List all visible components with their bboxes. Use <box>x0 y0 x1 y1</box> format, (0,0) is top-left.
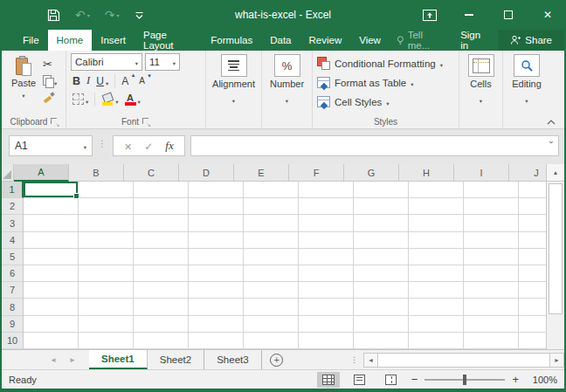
cell-B2[interactable] <box>79 198 134 215</box>
select-all-button[interactable] <box>2 164 14 182</box>
row-header-9[interactable]: 9 <box>2 316 24 333</box>
cell-I3[interactable] <box>464 215 519 231</box>
scroll-right-icon[interactable] <box>549 353 564 368</box>
cell-F2[interactable] <box>299 198 354 215</box>
cell-G2[interactable] <box>354 198 409 215</box>
cell-D4[interactable] <box>189 232 244 249</box>
cell-G1[interactable] <box>354 182 409 198</box>
cell-D6[interactable] <box>189 265 244 282</box>
cell-H5[interactable] <box>409 249 464 265</box>
column-header-D[interactable]: D <box>179 164 234 182</box>
cell-D9[interactable] <box>189 316 244 333</box>
cell-I8[interactable] <box>464 299 519 315</box>
cell-E10[interactable] <box>244 333 299 349</box>
new-sheet-button[interactable]: + <box>262 350 292 369</box>
cell-G10[interactable] <box>354 333 409 349</box>
cell-B4[interactable] <box>79 232 134 249</box>
conditional-formatting-button[interactable]: Conditional Formatting <box>317 55 443 72</box>
cell-G3[interactable] <box>354 215 409 231</box>
cell-I2[interactable] <box>464 198 519 215</box>
column-header-C[interactable]: C <box>124 164 179 182</box>
collapse-ribbon-icon[interactable] <box>547 120 556 125</box>
cell-E8[interactable] <box>244 299 299 315</box>
save-icon[interactable] <box>47 9 60 22</box>
insert-function-icon[interactable]: fx <box>165 139 173 153</box>
cell-I9[interactable] <box>464 316 519 333</box>
cell-E2[interactable] <box>244 198 299 215</box>
tab-file[interactable]: File <box>14 30 48 51</box>
cell-A4[interactable] <box>24 232 79 249</box>
cell-I1[interactable] <box>464 182 519 198</box>
cell-G4[interactable] <box>354 232 409 249</box>
zoom-level[interactable]: 100% <box>528 375 557 385</box>
font-size-select[interactable]: 11 <box>145 53 180 71</box>
italic-button[interactable]: I <box>86 74 90 87</box>
cut-icon[interactable] <box>43 58 57 71</box>
cell-C2[interactable] <box>134 198 189 215</box>
cell-B9[interactable] <box>79 316 134 333</box>
cell-F9[interactable] <box>299 316 354 333</box>
redo-icon[interactable] <box>105 8 120 22</box>
cell-F7[interactable] <box>299 282 354 299</box>
minimize-icon[interactable] <box>461 7 477 23</box>
cell-B7[interactable] <box>79 282 134 299</box>
name-box[interactable]: A1 <box>9 135 93 156</box>
cell-F10[interactable] <box>299 333 354 349</box>
column-header-F[interactable]: F <box>289 164 344 182</box>
tab-review[interactable]: Review <box>300 30 350 51</box>
row-header-8[interactable]: 8 <box>2 299 24 315</box>
cell-E3[interactable] <box>244 215 299 231</box>
row-header-3[interactable]: 3 <box>2 215 24 231</box>
fill-color-button[interactable] <box>101 92 118 107</box>
cell-I5[interactable] <box>464 249 519 265</box>
clipboard-dialog-launcher-icon[interactable] <box>51 118 59 126</box>
cell-D5[interactable] <box>189 249 244 265</box>
cell-I4[interactable] <box>464 232 519 249</box>
column-header-E[interactable]: E <box>234 164 289 182</box>
editing-group[interactable]: Editing <box>503 51 550 128</box>
sign-in-button[interactable]: Sign in <box>450 30 498 51</box>
alignment-dropdown-arrow[interactable] <box>232 91 235 107</box>
cell-C3[interactable] <box>134 215 189 231</box>
cell-A3[interactable] <box>24 215 79 231</box>
cell-H9[interactable] <box>409 316 464 333</box>
row-header-6[interactable]: 6 <box>2 265 24 282</box>
cell-B6[interactable] <box>79 265 134 282</box>
cell-E7[interactable] <box>244 282 299 299</box>
customize-quick-access-icon[interactable] <box>135 10 144 20</box>
cell-A8[interactable] <box>24 299 79 315</box>
formula-input[interactable] <box>190 135 559 156</box>
cell-A5[interactable] <box>24 249 79 265</box>
cell-C7[interactable] <box>134 282 189 299</box>
cell-G5[interactable] <box>354 249 409 265</box>
tab-insert[interactable]: Insert <box>92 30 135 51</box>
cell-D1[interactable] <box>189 182 244 198</box>
formula-bar-drag-handle[interactable]: ⋮ <box>98 135 107 148</box>
column-header-B[interactable]: B <box>69 164 124 182</box>
borders-button[interactable] <box>72 92 88 107</box>
cell-D7[interactable] <box>189 282 244 299</box>
close-icon[interactable] <box>540 7 556 23</box>
normal-view-button[interactable] <box>317 372 340 388</box>
cell-D10[interactable] <box>189 333 244 349</box>
zoom-out-icon[interactable]: − <box>411 373 418 386</box>
next-sheet-icon[interactable] <box>63 350 82 369</box>
column-header-I[interactable]: I <box>454 164 509 182</box>
cell-D8[interactable] <box>189 299 244 315</box>
cell-A2[interactable] <box>24 198 79 215</box>
cell-H3[interactable] <box>409 215 464 231</box>
cells-dropdown-arrow[interactable] <box>480 91 482 107</box>
cell-G6[interactable] <box>354 265 409 282</box>
ribbon-display-options-icon[interactable] <box>422 7 438 23</box>
cell-E6[interactable] <box>244 265 299 282</box>
underline-button[interactable]: U <box>96 73 108 89</box>
horizontal-scrollbar[interactable] <box>363 350 564 369</box>
cell-B1[interactable] <box>79 182 134 198</box>
expand-formula-bar-icon[interactable] <box>549 138 553 154</box>
font-dialog-launcher-icon[interactable] <box>142 118 150 126</box>
cells-group[interactable]: Cells <box>459 51 503 128</box>
cancel-icon[interactable] <box>124 138 132 154</box>
sheet-tab-sheet2[interactable]: Sheet2 <box>148 350 204 369</box>
cell-B8[interactable] <box>79 299 134 315</box>
scroll-left-icon[interactable] <box>363 353 378 368</box>
